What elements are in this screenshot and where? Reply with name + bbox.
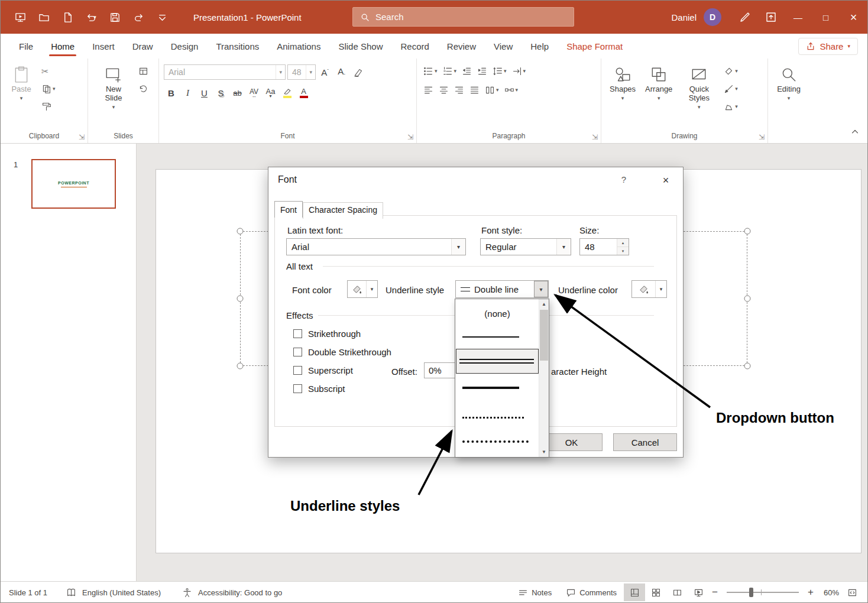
text-highlight-button[interactable] [280,85,294,100]
size-spin-buttons[interactable]: ▴▾ [617,239,629,255]
text-direction-button[interactable]: ▾ [510,64,528,78]
zoom-out-button[interactable]: − [709,586,721,598]
size-spinner[interactable]: 48 ▴▾ [579,238,629,255]
new-file-button[interactable] [56,7,79,28]
character-spacing-button[interactable]: AV↔ [247,85,261,100]
resize-handle-bottom-left[interactable] [237,363,244,369]
zoom-level[interactable]: 60% [817,588,841,597]
tab-review[interactable]: Review [438,35,485,57]
slide-sorter-view-button[interactable] [645,583,666,601]
copy-button[interactable]: ▾ [40,82,57,96]
format-painter-button[interactable] [40,100,57,114]
collapse-ribbon-button[interactable] [851,128,859,138]
search-input[interactable] [375,12,541,22]
share-button[interactable]: Share ▾ [798,38,858,55]
align-center-button[interactable] [437,83,451,97]
customize-qat-button[interactable] [151,7,173,28]
shape-fill-button[interactable]: ▾ [722,64,740,78]
tab-transitions[interactable]: Transitions [207,35,268,57]
fit-slide-to-window-button[interactable] [841,583,863,601]
bullets-button[interactable]: ▾ [422,64,439,78]
underline-option-dotted-line[interactable] [455,407,539,428]
resize-handle-top-right[interactable] [744,228,751,235]
tab-file[interactable]: File [10,35,42,57]
ribbon-display-options-button[interactable] [758,1,784,34]
subscript-checkbox[interactable]: Subscript [293,384,345,394]
notes-button[interactable]: Notes [511,582,559,603]
dialog-help-button[interactable]: ? [617,174,631,184]
clipboard-dialog-launcher[interactable]: ⇲ [79,134,85,141]
tab-insert[interactable]: Insert [83,35,124,57]
resize-handle-mid-left[interactable] [237,296,244,302]
line-spacing-button[interactable]: ▾ [491,64,509,78]
minimize-button[interactable]: — [784,1,812,34]
inking-button[interactable] [732,1,758,34]
start-slideshow-button[interactable] [9,7,31,28]
columns-button[interactable]: ▾ [483,83,501,97]
underline-option-single-line[interactable] [455,326,539,348]
underline-option-thick-line[interactable] [455,376,539,400]
paste-button[interactable]: Paste ▾ [5,62,37,125]
dialog-tab-font[interactable]: Font [274,201,303,218]
double-strikethrough-checkbox[interactable]: Double Strikethrough [293,347,391,357]
increase-font-size-button[interactable]: Aˆ [318,64,332,80]
dialog-close-button[interactable]: × [657,172,675,189]
undo-button[interactable]: ▾ [80,7,102,28]
search-box[interactable] [352,7,574,27]
underline-option-double-line-selected[interactable] [456,349,539,374]
zoom-in-button[interactable]: + [805,586,817,598]
open-file-button[interactable] [33,7,55,28]
numbering-button[interactable]: ▾ [441,64,459,78]
quick-styles-button[interactable]: Quick Styles ▾ [678,62,720,125]
editing-button[interactable]: Editing ▾ [773,62,805,125]
shape-effects-button[interactable]: ▾ [722,100,740,114]
resize-handle-top-left[interactable] [237,228,244,235]
underline-style-combo[interactable]: Double line ▾ [455,280,549,298]
tab-slide-show[interactable]: Slide Show [329,35,391,57]
tab-shape-format[interactable]: Shape Format [558,35,631,57]
text-shadow-button[interactable]: S [213,85,228,100]
resize-handle-mid-right[interactable] [744,296,751,302]
new-slide-button[interactable]: New Slide ▾ [93,62,134,125]
underline-option-none[interactable]: (none) [455,303,539,324]
underline-style-dropdown-button[interactable]: ▾ [534,281,548,297]
font-style-combo[interactable]: Regular ▾ [480,238,571,255]
paragraph-dialog-launcher[interactable]: ⇲ [592,134,598,141]
font-color-picker[interactable]: ▾ [347,280,378,298]
checkbox-box[interactable] [293,384,302,393]
decrease-font-size-button[interactable]: Aˇ [334,64,349,80]
scroll-up-button[interactable]: ▲ [539,299,549,309]
cut-button[interactable]: ✂ [40,64,57,78]
latin-font-combo[interactable]: Arial ▾ [286,238,466,255]
underline-button[interactable]: U [197,85,212,100]
redo-button[interactable] [127,7,150,28]
ok-button[interactable]: OK [540,433,603,451]
tab-design[interactable]: Design [162,35,208,57]
font-size-combo[interactable]: 48▾ [287,64,316,80]
comments-button[interactable]: Comments [559,582,624,603]
accessibility-icon[interactable] [182,588,192,598]
underline-color-picker[interactable]: ▾ [631,280,667,298]
tab-help[interactable]: Help [522,35,558,57]
spellcheck-icon[interactable] [66,588,76,598]
font-name-combo[interactable]: Arial▾ [164,64,286,80]
strikethrough-checkbox[interactable]: Strikethrough [293,329,361,339]
checkbox-box[interactable] [293,366,302,375]
scrollbar-thumb[interactable] [540,310,548,361]
strikethrough-button[interactable]: ab [230,85,245,100]
tab-record[interactable]: Record [391,35,438,57]
justify-button[interactable] [468,83,481,97]
shape-outline-button[interactable]: ▾ [722,82,740,96]
slide-layout-button[interactable] [137,64,150,78]
font-dialog-launcher[interactable]: ⇲ [407,134,413,141]
superscript-checkbox[interactable]: Superscript [293,365,353,375]
underline-option-heavy-dotted-line[interactable] [455,430,539,453]
drawing-dialog-launcher[interactable]: ⇲ [759,134,765,141]
slideshow-view-button[interactable] [688,583,709,601]
change-case-button[interactable]: Aa▾ [263,85,278,100]
scroll-down-button[interactable]: ▼ [539,447,549,457]
checkbox-box[interactable] [293,348,302,356]
convert-to-smartart-button[interactable]: ▾ [503,83,520,97]
zoom-slider[interactable] [727,592,799,593]
dialog-tab-character-spacing[interactable]: Character Spacing [303,202,383,219]
